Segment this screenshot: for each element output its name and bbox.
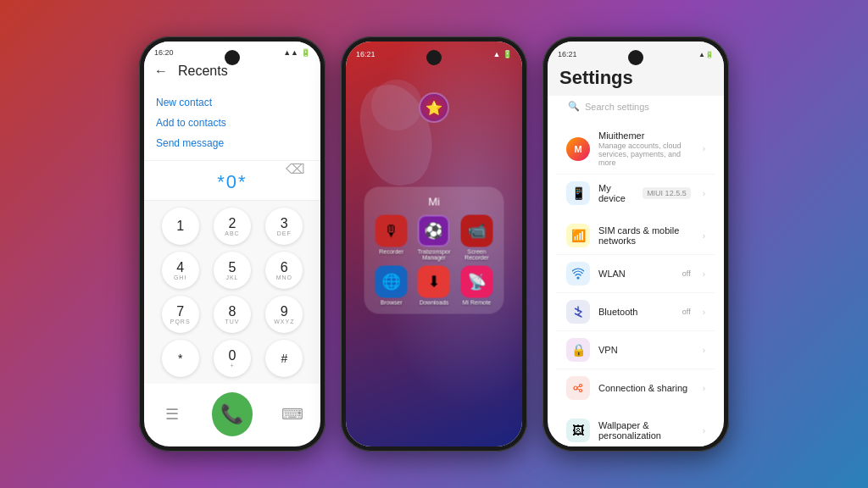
dial-key-3[interactable]: 3DEF [265,208,303,245]
connection-label: Connection & sharing [598,383,691,393]
phone-2-status-icons: ▲ 🔋 [493,50,512,58]
account-avatar: M [566,137,590,161]
app-folder[interactable]: Mi 🎙 Recorder ⚽ Trabzonspor Manager 📹 Sc… [364,187,504,314]
call-button[interactable]: 📞 [212,392,253,436]
trabzonspor-logo: ⭐ [419,92,449,123]
browser-icon: 🌐 [376,266,408,298]
downloads-label: Downloads [420,300,449,306]
recents-actions: New contact Add to contacts Send message [144,86,320,161]
settings-item-mydevice[interactable]: 📱 My device MIUI 12.5.5 › [556,175,715,212]
svg-point-3 [580,390,582,392]
phone-3-notch [628,50,643,65]
vpn-text: VPN [598,345,691,355]
wlan-chevron-icon: › [703,269,705,279]
sim-text: SIM cards & mobile networks [598,225,691,246]
dial-key-9[interactable]: 9WXYZ [265,296,303,333]
settings-item-wlan[interactable]: WLAN off › [556,255,715,293]
app-browser[interactable]: 🌐 Browser [373,266,410,306]
phone-1-notch [225,50,240,65]
dial-key-4[interactable]: 4GHI [162,252,199,289]
vpn-chevron-icon: › [703,346,705,355]
recents-title: Recents [178,64,228,79]
browser-label: Browser [381,300,403,306]
keypad-icon[interactable]: ⌨ [278,399,307,430]
wlan-icon [566,262,590,286]
send-message-link[interactable]: Send message [156,133,309,153]
downloads-icon: ⬇ [418,266,450,298]
app-recorder[interactable]: 🎙 Recorder [373,215,410,261]
dial-key-2[interactable]: 2ABC [214,208,251,245]
sim-chevron-icon: › [703,231,705,241]
phone-3-time: 16:21 [558,50,577,58]
wallpaper-chevron-icon: › [703,426,705,435]
wallpaper-icon: 🖼 [566,419,590,442]
bluetooth-text: Bluetooth [598,307,674,317]
dial-key-1[interactable]: 1 [162,208,199,245]
phone-3-screen: 16:21 ▲🔋 Settings 🔍 Search settings M Mi… [548,42,724,446]
recorder-icon: 🎙 [376,215,408,247]
dial-key-7[interactable]: 7PQRS [162,296,199,333]
app-trabzonspor[interactable]: ⚽ Trabzonspor Manager [415,215,453,261]
phone-3: 16:21 ▲🔋 Settings 🔍 Search settings M Mi… [542,36,729,452]
wifi-icon: ▲ 🔋 [493,50,512,58]
add-to-contacts-link[interactable]: Add to contacts [156,113,309,133]
mydevice-chevron-icon: › [703,189,705,198]
dial-key-8[interactable]: 8TUV [214,296,251,333]
trabzonspor-icon: ⚽ [418,215,450,247]
phone-2-screen: 16:21 ▲ 🔋 ⭐ Mi 🎙 Recorder ⚽ T [346,42,522,446]
settings-item-wallpaper[interactable]: 🖼 Wallpaper & personalization › [556,412,715,446]
app-downloads[interactable]: ⬇ Downloads [415,266,453,306]
screen-recorder-icon: 📹 [460,215,492,247]
account-chevron-icon: › [703,144,705,153]
dialer-grid: 1 2ABC 3DEF 4GHI 5JKL 6MNO 7PQRS 8TUV 9W… [144,201,320,384]
folder-title-row: Mi [373,196,496,208]
backspace-button[interactable]: ⌫ [286,161,305,177]
menu-icon[interactable]: ☰ [158,399,186,430]
bluetooth-chevron-icon: › [703,308,705,317]
recorder-label: Recorder [379,249,403,255]
signal-icon: ▲▲ [283,48,298,57]
app-grid: 🎙 Recorder ⚽ Trabzonspor Manager 📹 Scree… [373,215,496,306]
phone-1-time: 16:20 [154,48,174,57]
account-label: Miuithemer [598,130,691,141]
wallpaper-label: Wallpaper & personalization [598,420,691,441]
settings-item-connection[interactable]: Connection & sharing › [556,369,715,407]
bluetooth-status: off [682,308,691,316]
dial-key-6[interactable]: 6MNO [265,252,303,289]
svg-line-4 [577,386,580,388]
screen-recorder-label: Screen Recorder [458,249,495,261]
mydevice-badge: MIUI 12.5.5 [643,187,691,199]
app-screen-recorder[interactable]: 📹 Screen Recorder [458,215,495,261]
dial-key-0[interactable]: 0+ [214,340,251,377]
settings-item-bluetooth[interactable]: Bluetooth off › [556,293,715,331]
account-text: Miuithemer Manage accounts, cloud servic… [598,130,691,167]
settings-search-bar[interactable]: 🔍 Search settings [558,96,714,117]
search-placeholder: Search settings [585,102,649,112]
mi-remote-icon: 📡 [460,266,492,298]
app-mi-remote[interactable]: 📡 Mi Remote [458,266,495,306]
svg-point-2 [580,385,582,387]
phone-1-screen: 16:20 ▲▲ 🔋 ← Recents New contact Add to … [144,42,320,446]
sim-label: SIM cards & mobile networks [598,225,691,246]
phone-1-status-icons: ▲▲ 🔋 [283,48,310,57]
dial-key-hash[interactable]: # [265,340,303,377]
phone-3-status-icons: ▲🔋 [698,50,714,58]
dialer-bottom: ☰ 📞 ⌨ [144,384,320,445]
dial-key-5[interactable]: 5JKL [214,252,251,289]
settings-item-sim[interactable]: 📶 SIM cards & mobile networks › [556,217,715,255]
phone-2-time: 16:21 [356,50,376,58]
connection-chevron-icon: › [703,384,705,393]
mydevice-icon: 📱 [566,181,590,205]
sim-icon: 📶 [566,224,590,247]
dial-key-star[interactable]: * [162,340,199,377]
settings-item-vpn[interactable]: 🔒 VPN › [556,331,715,369]
new-contact-link[interactable]: New contact [156,92,309,113]
settings-item-account[interactable]: M Miuithemer Manage accounts, cloud serv… [556,124,715,175]
phone-1: 16:20 ▲▲ 🔋 ← Recents New contact Add to … [139,36,326,452]
battery-icon: 🔋 [301,48,310,57]
wlan-label: WLAN [598,269,674,279]
account-sublabel: Manage accounts, cloud services, payment… [598,141,691,167]
bluetooth-label: Bluetooth [598,307,674,317]
back-button[interactable]: ← [154,64,168,79]
vpn-icon: 🔒 [566,338,590,362]
